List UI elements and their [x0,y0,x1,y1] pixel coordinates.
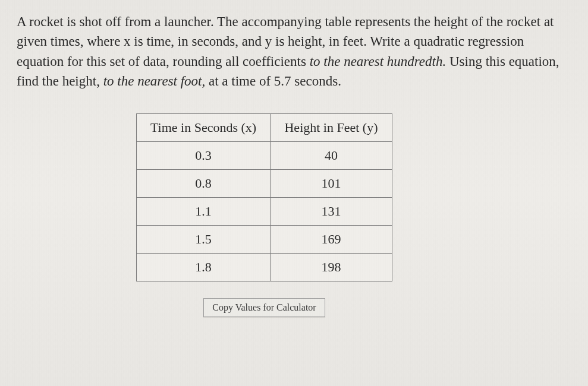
problem-text-italic2: to the nearest foot, [103,74,206,88]
table-cell-y: 131 [271,198,392,226]
table-header-time: Time in Seconds (x) [137,114,271,142]
button-container: Copy Values for Calculator [0,298,571,317]
table-cell-x: 1.8 [137,254,271,281]
table-cell-x: 0.3 [137,142,271,170]
problem-text-italic1: to the nearest hundredth. [310,54,446,69]
problem-text-part3: at a time of 5.7 seconds. [205,74,341,88]
table-cell-x: 1.1 [137,198,271,226]
table-cell-x: 1.5 [137,226,271,254]
table-cell-y: 40 [271,142,392,170]
table-row: 0.3 40 [137,142,392,170]
problem-statement: A rocket is shot off from a launcher. Th… [17,12,571,91]
table-header-row: Time in Seconds (x) Height in Feet (y) [137,114,392,142]
table-row: 1.1 131 [137,198,392,226]
table-header-height: Height in Feet (y) [271,114,392,142]
table-row: 1.5 169 [137,226,392,254]
table-row: 0.8 101 [137,170,392,198]
data-table: Time in Seconds (x) Height in Feet (y) 0… [136,113,392,281]
copy-values-button[interactable]: Copy Values for Calculator [203,298,325,317]
table-cell-x: 0.8 [137,170,271,198]
data-table-container: Time in Seconds (x) Height in Feet (y) 0… [0,113,571,281]
table-cell-y: 169 [271,226,392,254]
table-row: 1.8 198 [137,254,392,281]
table-cell-y: 101 [271,170,392,198]
table-cell-y: 198 [271,254,392,281]
